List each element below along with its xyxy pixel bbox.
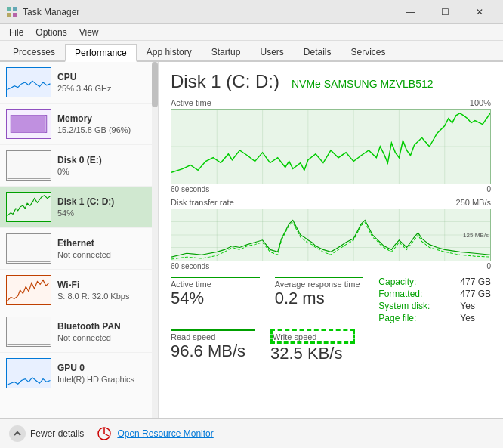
read-speed-value: 96.6 MB/s bbox=[171, 341, 255, 361]
disk1-name: Disk 1 (C: D:) bbox=[57, 196, 152, 207]
chart2-label-left: Disk transfer rate bbox=[171, 198, 234, 207]
menu-options[interactable]: Options bbox=[29, 26, 73, 39]
sidebar-item-disk0[interactable]: Disk 0 (E:) 0% bbox=[0, 145, 158, 187]
system-disk-row: System disk: Yes bbox=[378, 301, 491, 311]
scrollbar-track[interactable] bbox=[152, 62, 158, 418]
disk1-value: 54% bbox=[57, 209, 152, 218]
menu-view[interactable]: View bbox=[73, 26, 105, 39]
formatted-key: Formatted: bbox=[378, 289, 454, 299]
cpu-value: 25% 3.46 GHz bbox=[57, 84, 152, 93]
chart1-time-left: 60 seconds bbox=[171, 185, 209, 193]
disk0-graph bbox=[6, 150, 51, 181]
active-time-chart-section: Active time 100% bbox=[171, 98, 491, 193]
page-file-row: Page file: Yes bbox=[378, 313, 491, 323]
gpu-info: GPU 0 Intel(R) HD Graphics bbox=[57, 363, 152, 384]
chart1-labels: Active time 100% bbox=[171, 98, 491, 107]
cpu-info: CPU 25% 3.46 GHz bbox=[57, 72, 152, 93]
chart2-time: 60 seconds 0 bbox=[171, 262, 491, 270]
svg-line-27 bbox=[104, 434, 109, 436]
system-disk-key: System disk: bbox=[378, 301, 454, 311]
window-controls: — ☐ ✕ bbox=[393, 0, 497, 24]
window-title: Task Manager bbox=[23, 7, 393, 17]
sidebar-item-ethernet[interactable]: Ethernet Not connected bbox=[0, 228, 158, 270]
stats-row: Active time 54% Average response time 0.… bbox=[171, 277, 491, 325]
page-file-key: Page file: bbox=[378, 313, 454, 323]
detail-header: Disk 1 (C: D:) NVMe SAMSUNG MZVLB512 bbox=[171, 71, 491, 92]
svg-text:125 MB/s: 125 MB/s bbox=[463, 232, 489, 239]
svg-rect-0 bbox=[7, 7, 11, 11]
wifi-graph bbox=[6, 275, 51, 305]
bluetooth-info: Bluetooth PAN Not connected bbox=[57, 321, 152, 342]
ethernet-name: Ethernet bbox=[57, 238, 152, 249]
minimize-button[interactable]: — bbox=[393, 0, 427, 24]
system-disk-val: Yes bbox=[460, 301, 475, 311]
detail-title: Disk 1 (C: D:) bbox=[171, 71, 279, 92]
svg-rect-5 bbox=[11, 116, 45, 133]
transfer-rate-chart-section: Disk transfer rate 250 MB/s 125 MB/s bbox=[171, 198, 491, 270]
menu-bar: File Options View bbox=[0, 24, 503, 41]
capacity-row: Capacity: 477 GB bbox=[378, 277, 491, 287]
ethernet-value: Not connected bbox=[57, 250, 152, 259]
gpu-graph bbox=[6, 358, 51, 388]
formatted-val: 477 GB bbox=[460, 289, 491, 299]
scrollbar-thumb[interactable] bbox=[152, 62, 158, 107]
chart2-time-right: 0 bbox=[486, 262, 491, 270]
main-content: CPU 25% 3.46 GHz Memory 15.2/15.8 GB (96… bbox=[0, 62, 503, 418]
chart1-time: 60 seconds 0 bbox=[171, 185, 491, 193]
tab-startup[interactable]: Startup bbox=[202, 42, 251, 60]
formatted-row: Formatted: 477 GB bbox=[378, 289, 491, 299]
gpu-value: Intel(R) HD Graphics bbox=[57, 375, 152, 384]
info-table: Capacity: 477 GB Formatted: 477 GB Syste… bbox=[378, 277, 491, 325]
bluetooth-name: Bluetooth PAN bbox=[57, 321, 152, 332]
chart1-label-right: 100% bbox=[470, 98, 491, 107]
detail-panel: Disk 1 (C: D:) NVMe SAMSUNG MZVLB512 Act… bbox=[159, 62, 503, 418]
avg-response-value: 0.2 ms bbox=[275, 289, 364, 308]
bottom-bar: Fewer details Open Resource Monitor bbox=[0, 418, 503, 448]
sidebar-item-memory[interactable]: Memory 15.2/15.8 GB (96%) bbox=[0, 104, 158, 145]
bluetooth-value: Not connected bbox=[57, 333, 152, 342]
tab-details[interactable]: Details bbox=[294, 42, 341, 60]
tabs-bar: Processes Performance App history Startu… bbox=[0, 41, 503, 62]
memory-graph bbox=[6, 109, 51, 139]
chart2-time-left: 60 seconds bbox=[171, 262, 209, 270]
ethernet-graph bbox=[6, 233, 51, 264]
detail-subtitle: NVMe SAMSUNG MZVLB512 bbox=[292, 78, 434, 90]
tab-app-history[interactable]: App history bbox=[137, 42, 202, 60]
avg-response-label: Average response time bbox=[275, 277, 364, 289]
disk0-value: 0% bbox=[57, 167, 152, 176]
wifi-info: Wi-Fi S: 8.0 R: 32.0 Kbps bbox=[57, 280, 152, 301]
memory-name: Memory bbox=[57, 113, 152, 124]
speed-row: Read speed 96.6 MB/s Write speed 32.5 KB… bbox=[171, 329, 491, 363]
write-speed-label: Write speed bbox=[270, 329, 355, 344]
ethernet-info: Ethernet Not connected bbox=[57, 238, 152, 259]
menu-file[interactable]: File bbox=[3, 26, 29, 39]
fewer-details-label: Fewer details bbox=[30, 428, 84, 439]
open-resource-monitor-button[interactable]: Open Resource Monitor bbox=[96, 425, 213, 442]
wifi-value: S: 8.0 R: 32.0 Kbps bbox=[57, 292, 152, 301]
chart2-labels: Disk transfer rate 250 MB/s bbox=[171, 198, 491, 207]
tab-users[interactable]: Users bbox=[250, 42, 293, 60]
tab-processes[interactable]: Processes bbox=[3, 42, 65, 60]
maximize-button[interactable]: ☐ bbox=[427, 0, 462, 24]
capacity-key: Capacity: bbox=[378, 277, 454, 287]
sidebar-item-disk1[interactable]: Disk 1 (C: D:) 54% bbox=[0, 187, 158, 228]
cpu-graph bbox=[6, 67, 51, 97]
memory-info: Memory 15.2/15.8 GB (96%) bbox=[57, 113, 152, 134]
sidebar-item-bluetooth[interactable]: Bluetooth PAN Not connected bbox=[0, 311, 158, 353]
page-file-val: Yes bbox=[460, 313, 475, 323]
app-icon bbox=[6, 6, 18, 18]
fewer-details-button[interactable]: Fewer details bbox=[9, 425, 84, 442]
tab-services[interactable]: Services bbox=[341, 42, 396, 60]
disk1-info: Disk 1 (C: D:) 54% bbox=[57, 196, 152, 218]
gpu-name: GPU 0 bbox=[57, 363, 152, 373]
active-time-stat: Active time 54% bbox=[171, 277, 260, 308]
sidebar-item-wifi[interactable]: Wi-Fi S: 8.0 R: 32.0 Kbps bbox=[0, 270, 158, 311]
close-button[interactable]: ✕ bbox=[462, 0, 497, 24]
read-speed-label: Read speed bbox=[171, 329, 255, 341]
sidebar-item-cpu[interactable]: CPU 25% 3.46 GHz bbox=[0, 62, 158, 104]
write-speed-value: 32.5 KB/s bbox=[270, 344, 355, 363]
chart1-label-left: Active time bbox=[171, 98, 211, 107]
tab-performance[interactable]: Performance bbox=[65, 44, 137, 62]
active-time-chart bbox=[171, 109, 491, 184]
sidebar-item-gpu[interactable]: GPU 0 Intel(R) HD Graphics bbox=[0, 353, 158, 394]
